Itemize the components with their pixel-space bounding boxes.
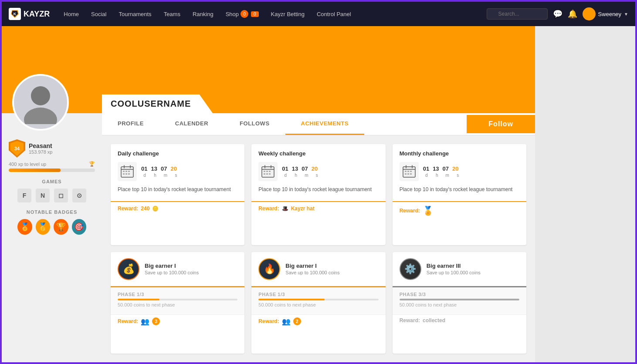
tab-follows[interactable]: FOLLOWS	[224, 113, 285, 135]
messages-icon[interactable]: 💬	[553, 9, 562, 19]
xp-bar	[9, 169, 95, 172]
badge-0[interactable]: 🏅	[17, 219, 32, 235]
svg-point-2	[31, 86, 50, 105]
monthly-title: Monthly challenge	[400, 150, 519, 157]
monthly-desc: Place top 10 in today's rocket league to…	[400, 186, 519, 192]
weekly-title: Weekly challenge	[258, 150, 378, 157]
notifications-icon[interactable]: 🔔	[568, 9, 577, 19]
svg-rect-20	[269, 171, 271, 172]
profile-banner: COOLUSERNAME	[102, 26, 535, 113]
svg-point-3	[24, 108, 57, 124]
earner3-footer: Reward: collected	[393, 314, 526, 326]
earner1-title: Big earner I	[145, 263, 237, 269]
svg-rect-18	[264, 171, 265, 172]
game-icon-0[interactable]: F	[17, 189, 31, 202]
earner3-progress-bar	[400, 299, 519, 300]
follow-button[interactable]: Follow	[467, 115, 535, 133]
svg-rect-31	[405, 173, 407, 175]
badge-2[interactable]: 🏆	[54, 219, 68, 235]
svg-rect-29	[407, 171, 409, 172]
svg-rect-11	[123, 173, 125, 175]
monthly-h: 13	[433, 165, 439, 172]
search-wrapper: 🔍	[487, 8, 548, 20]
game-icon-2[interactable]: ◻	[54, 189, 68, 202]
nav-ranking[interactable]: Ranking	[187, 8, 219, 20]
svg-rect-8	[123, 171, 125, 172]
nav-home[interactable]: Home	[58, 8, 84, 20]
monthly-s: 20	[452, 165, 458, 172]
earner2-title: Big earner I	[285, 263, 378, 269]
rank-name: Peasant	[29, 142, 52, 149]
svg-rect-9	[125, 171, 127, 172]
monthly-reward: Reward: 🏅	[393, 201, 526, 219]
level-icon: 🏆	[89, 161, 95, 167]
daily-s: 20	[170, 165, 176, 172]
monthly-timer: 01 13 07 20 d h m s	[400, 162, 519, 181]
earner1-reward-num: 3	[152, 317, 160, 325]
svg-rect-30	[410, 171, 412, 172]
weekly-challenge-card: Weekly challenge	[251, 144, 385, 245]
earner3-sub: Save up to 100.000 coins	[427, 270, 519, 275]
weekly-reward-icon: 🎩	[282, 206, 288, 212]
svg-rect-21	[264, 173, 265, 175]
calendar-icon-daily	[118, 162, 137, 181]
earner1-reward-icon: 👥	[141, 317, 149, 326]
tab-profile[interactable]: PROFILE	[102, 113, 159, 135]
earner-badge-2: 🔥	[258, 258, 280, 280]
earner3-progress-fill	[400, 299, 519, 300]
nav-control-panel[interactable]: Control Panel	[312, 8, 356, 20]
earner1-progress-bar	[118, 299, 237, 300]
daily-desc: Place top 10 in today's rocket league to…	[118, 186, 237, 192]
daily-timer: 01 13 07 20 d h m s	[118, 162, 237, 181]
nav-social[interactable]: Social	[86, 8, 112, 20]
shop-badge: 0	[241, 10, 248, 18]
earner3-collected: collected	[423, 317, 445, 324]
search-input[interactable]	[487, 8, 548, 20]
content-area: COOLUSERNAME PROFILE CALENDER FOLLOWS AC…	[102, 26, 535, 362]
monthly-d: 01	[423, 165, 429, 172]
nav-teams[interactable]: Teams	[159, 8, 186, 20]
svg-rect-12	[125, 173, 127, 175]
earner3-title: Big earner III	[427, 263, 519, 269]
badges-title: NOTABLE BADGES	[17, 209, 86, 215]
weekly-h: 13	[292, 165, 298, 172]
nav-tournaments[interactable]: Tournaments	[113, 8, 156, 20]
earner-badge-3: ⚙️	[400, 258, 421, 280]
monthly-reward-icon: 🏅	[423, 206, 434, 216]
daily-reward-value: 240	[141, 206, 149, 212]
weekly-desc: Place top 10 in today's rocket league to…	[258, 186, 378, 192]
monthly-m: 07	[443, 165, 449, 172]
tab-achievements[interactable]: ACHIEVEMENTS	[285, 113, 364, 135]
earner2-sub: Save up to 100.000 coins	[285, 270, 378, 275]
svg-rect-13	[128, 173, 130, 175]
tabs-bar: PROFILE CALENDER FOLLOWS ACHIEVEMENTS Fo…	[102, 113, 535, 135]
nav-kayzr-betting[interactable]: Kayzr Betting	[266, 8, 310, 20]
svg-rect-19	[266, 171, 268, 172]
game-icon-1[interactable]: N	[36, 189, 50, 202]
brand-logo[interactable]: K KAYZR	[9, 8, 50, 20]
username: COOLUSERNAME	[111, 99, 191, 108]
monthly-challenge-card: Monthly challenge	[393, 144, 526, 245]
svg-text:K: K	[14, 12, 17, 16]
badge-1[interactable]: 🥇	[36, 219, 51, 235]
earner2-progress-bar	[258, 299, 378, 300]
navbar: K KAYZR Home Social Tournaments Teams Ra…	[2, 2, 635, 26]
badge-3[interactable]: 🎯	[72, 219, 87, 235]
calendar-icon-weekly	[258, 162, 278, 181]
earner-card-1: 💰 Big earner I Save up to 100.000 coins …	[111, 252, 244, 354]
svg-rect-23	[269, 173, 271, 175]
user-menu[interactable]: Sweeney ▼	[583, 7, 628, 20]
svg-rect-22	[266, 173, 268, 175]
weekly-m: 07	[302, 165, 308, 172]
earner1-sub: Save up to 100.000 coins	[145, 270, 237, 275]
daily-d: 01	[141, 165, 147, 172]
left-sidebar: 34 Peasant 153.978 xp 400 xp to level up…	[2, 26, 102, 362]
profile-avatar	[12, 74, 69, 131]
game-icon-3[interactable]: ⊙	[72, 189, 86, 202]
earner3-phase: PHASE 3/3	[400, 292, 519, 297]
nav-shop[interactable]: Shop 0 0	[220, 7, 264, 20]
rank-shield: 34	[9, 139, 25, 158]
earner2-progress-fill	[258, 299, 324, 300]
nav-links: Home Social Tournaments Teams Ranking Sh…	[58, 7, 483, 20]
tab-calender[interactable]: CALENDER	[159, 113, 224, 135]
